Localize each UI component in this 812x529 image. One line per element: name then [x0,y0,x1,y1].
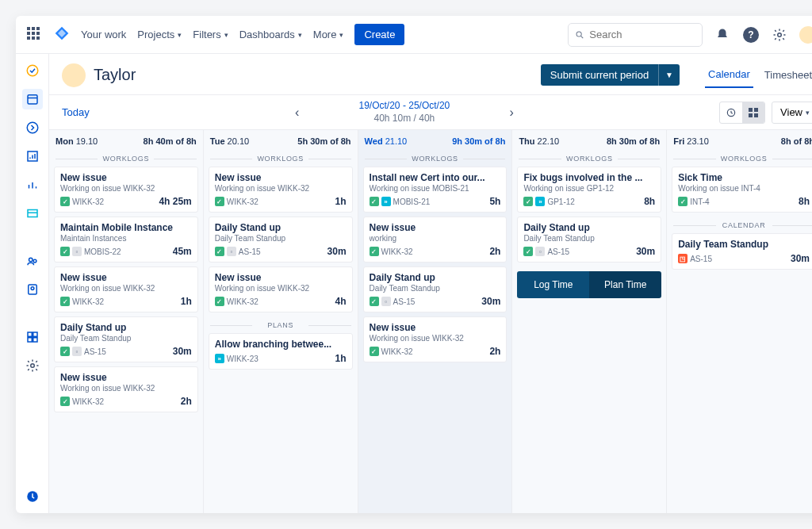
submit-period-button[interactable]: Submit current period [541,64,658,86]
svg-point-2 [778,33,782,36]
check-icon: ✓ [60,197,70,206]
jira-logo-icon[interactable] [54,25,70,44]
worklog-card[interactable]: New issue Working on issue WIKK-32 ✓ WIK… [363,316,508,362]
card-issue-key: ◳ AS-15 [678,254,712,263]
sidebar-pin-icon[interactable] [22,486,43,507]
log-time-button[interactable]: Log Time [517,271,589,298]
svg-point-10 [29,258,33,262]
nav-more[interactable]: More▾ [313,29,344,40]
nav-dashboards[interactable]: Dashboards▾ [239,29,302,40]
view-dropdown[interactable]: View▾ [772,102,812,124]
worklog-card[interactable]: New issue Working on issue WIKK-32 ✓ WIK… [54,266,198,312]
worklog-card[interactable]: Sick Time Working on issue INT-4 ✓ INT-4… [672,167,812,213]
card-issue-key: ✓ WIKK-32 [60,197,104,206]
card-duration: 1h [335,196,347,207]
search-field[interactable] [589,29,695,40]
epic-icon: » [215,354,224,363]
card-issue-key: ✓▫ AS-15 [215,247,261,256]
worklog-card[interactable]: Maintain Mobile Instance Maintain Instan… [54,217,198,263]
card-issue-key: ✓» GP1-12 [523,197,574,206]
card-issue-key: ✓▫ AS-15 [370,297,416,306]
search-icon [575,29,584,40]
card-issue-key: ✓▫ AS-15 [523,247,569,256]
day-header: Thu 22.10 8h 30m of 8h [512,130,666,151]
card-issue-key: ✓ WIKK-32 [370,247,413,256]
epic-icon: » [535,197,545,206]
sidebar-settings-icon[interactable] [22,355,43,376]
settings-icon[interactable] [771,26,788,44]
worklog-card[interactable]: Fix bugs involved in the ... Working on … [517,167,661,213]
svg-rect-22 [754,108,758,112]
nav-filters[interactable]: Filters▾ [193,29,228,40]
sidebar-expand-icon[interactable] [22,117,43,138]
chevron-down-icon: ▾ [339,31,343,39]
page-title: Taylor [94,66,136,84]
card-subtitle: Daily Team Standup [215,234,347,243]
worklog-card[interactable]: Daily Stand up Daily Team Standup ✓▫ AS-… [54,316,198,362]
worklog-card[interactable]: New issue Working on issue WIKK-32 ✓ WIK… [209,167,353,213]
card-subtitle: Daily Team Standup [370,284,501,293]
sidebar-person-icon[interactable] [22,279,43,300]
card-subtitle: Daily Team Standup [523,234,655,243]
check-icon: ✓ [60,297,70,306]
svg-line-1 [581,36,584,38]
check-icon: ✓ [215,197,224,206]
worklog-card[interactable]: Install new Cert into our... Working on … [363,167,508,213]
worklog-card[interactable]: New issue working ✓ WIKK-32 2h [363,217,508,263]
card-subtitle: working [370,234,501,243]
notifications-icon[interactable] [714,26,731,44]
profile-avatar[interactable] [799,26,812,44]
help-icon[interactable]: ? [742,26,760,44]
card-subtitle: Working on issue WIKK-32 [60,284,192,293]
worklogs-section-label: WORKLOGS [56,152,197,165]
tab-timesheet[interactable]: Timesheet [761,63,812,87]
worklogs-section-label: WORKLOGS [365,152,506,165]
check-icon: ✓ [370,197,379,206]
tab-calendar[interactable]: Calendar [705,62,753,88]
today-link[interactable]: Today [62,106,90,118]
nav-your-work[interactable]: Your work [81,29,126,40]
prev-period-icon[interactable]: ‹ [290,105,304,120]
card-title: New issue [215,272,347,283]
search-input[interactable] [568,23,703,47]
card-duration: 2h [489,246,500,257]
sidebar-chart-icon[interactable] [22,174,43,195]
card-issue-key: ✓▫ AS-15 [60,347,106,356]
card-duration: 30m [481,296,500,307]
card-duration: 8h [644,196,655,207]
check-icon: ✓ [370,297,379,306]
worklog-card[interactable]: Daily Team Standup ◳ AS-15 30m [672,233,812,270]
worklog-card[interactable]: New issue Working on issue WIKK-32 ✓ WIK… [54,366,198,412]
nav-projects[interactable]: Projects▾ [137,29,182,40]
check-icon: ✓ [370,347,379,356]
next-period-icon[interactable]: › [505,105,519,120]
worklog-card[interactable]: New issue Working on issue WIKK-32 ✓ WIK… [54,167,198,213]
sub-icon: ▫ [72,347,82,356]
create-button[interactable]: Create [354,24,404,45]
worklog-card[interactable]: New issue Working on issue WIKK-32 ✓ WIK… [209,266,353,312]
card-duration: 30m [791,253,810,264]
day-column-fri: Fri 23.10 8h of 8h WORKLOGS Sick Time Wo… [667,130,812,513]
card-subtitle: Working on issue WIKK-32 [370,334,501,343]
worklog-card[interactable]: Allow branching betwee... » WIKK-23 1h [209,333,353,370]
plan-time-button[interactable]: Plan Time [589,271,661,298]
check-icon: ✓ [523,247,533,256]
svg-rect-24 [754,113,758,117]
sidebar-my-work-icon[interactable] [22,60,43,81]
svg-rect-15 [33,332,36,336]
sidebar-calendar-icon[interactable] [22,89,43,109]
day-column-mon: Mon 19.10 8h 40m of 8h WORKLOGS New issu… [49,130,204,513]
sidebar-reports-icon[interactable] [22,146,43,167]
worklog-card[interactable]: Daily Stand up Daily Team Standup ✓▫ AS-… [517,217,661,263]
sidebar-accounts-icon[interactable] [22,203,43,224]
worklog-card[interactable]: Daily Stand up Daily Team Standup ✓▫ AS-… [209,217,353,263]
layout-grid-icon[interactable] [742,102,764,123]
user-avatar[interactable] [62,63,86,87]
sidebar-apps-icon[interactable] [22,327,43,347]
app-switcher-icon[interactable] [27,27,43,43]
submit-period-caret[interactable]: ▼ [658,64,680,86]
day-hours: 5h 30m of 8h [297,136,350,146]
worklog-card[interactable]: Daily Stand up Daily Team Standup ✓▫ AS-… [363,266,508,312]
sidebar-teams-icon[interactable] [22,251,43,271]
layout-timeline-icon[interactable] [720,102,742,123]
